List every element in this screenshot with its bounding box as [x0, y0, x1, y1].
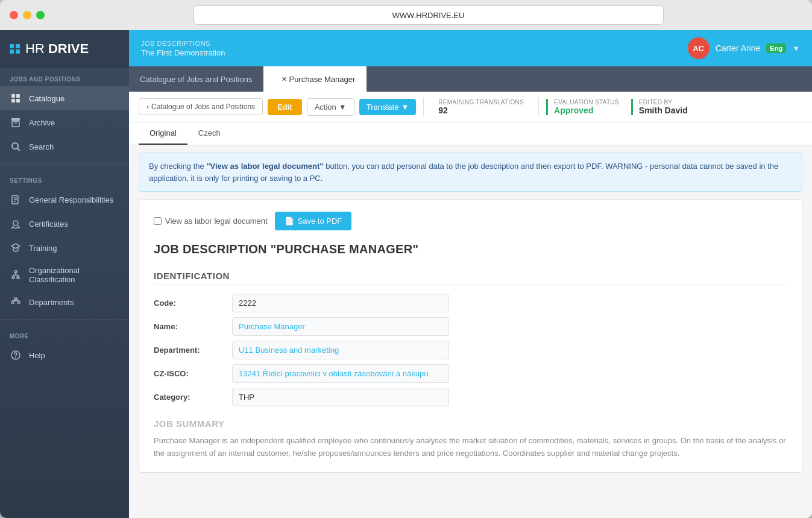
- svg-rect-23: [17, 302, 20, 303]
- app-window: WWW.HRDRIVE.EU HR DRIVE JOBS AND POSITIO…: [0, 0, 812, 518]
- svg-rect-0: [11, 94, 15, 98]
- field-category-value: THP: [232, 388, 449, 406]
- svg-rect-2: [11, 99, 15, 103]
- field-czisco-value: 13241 Řídicí pracovníci v oblasti zásobo…: [232, 364, 449, 383]
- main-content: JOB DESCRIPTIONS The First Demonstration…: [129, 30, 812, 518]
- header-subtitle: The First Demonstration: [141, 48, 225, 57]
- field-department: Department: U11 Business and marketing: [154, 341, 787, 359]
- svg-rect-16: [17, 277, 19, 279]
- svg-rect-14: [14, 271, 17, 273]
- svg-rect-3: [16, 99, 20, 103]
- view-as-legal-checkbox[interactable]: [154, 217, 162, 225]
- logo-grid-icon: [10, 44, 20, 54]
- logo: HR DRIVE: [0, 30, 129, 68]
- svg-line-8: [17, 148, 20, 151]
- edited-by: EDITED BY Smith David: [631, 99, 695, 115]
- training-label: Training: [29, 244, 57, 253]
- search-label: Search: [29, 142, 54, 151]
- field-name-value: Purchase Manager: [232, 317, 449, 336]
- field-code: Code: 2222: [154, 294, 787, 312]
- view-as-legal-label[interactable]: View as labor legal document: [154, 216, 268, 226]
- grid-icon: [10, 92, 22, 104]
- tab-close-icon[interactable]: ✕: [279, 74, 289, 84]
- svg-rect-21: [14, 298, 17, 300]
- edited-value: Smith David: [639, 106, 688, 115]
- sidebar-item-training[interactable]: Training: [0, 236, 129, 260]
- identification-section-title: IDENTIFICATION: [154, 271, 787, 285]
- url-text: WWW.HRDRIVE.EU: [392, 11, 465, 20]
- close-button[interactable]: [10, 11, 18, 19]
- avatar: AC: [688, 37, 710, 59]
- header-left: JOB DESCRIPTIONS The First Demonstration: [141, 40, 225, 57]
- sidebar-item-general[interactable]: General Responsibilities: [0, 188, 129, 212]
- svg-point-30: [16, 358, 16, 358]
- minimize-button[interactable]: [23, 11, 31, 19]
- tab-catalogue[interactable]: Catalogue of Jobs and Positions: [129, 66, 263, 92]
- field-name-label: Name:: [154, 322, 232, 331]
- sidebar-item-catalogue[interactable]: Catalogue: [0, 86, 129, 110]
- general-label: General Responsibilities: [29, 195, 113, 204]
- evaluation-status: EVALUATION STATUS Approved: [546, 99, 626, 115]
- sidebar: HR DRIVE JOBS AND POSITIONS Catalogue: [0, 30, 129, 518]
- save-pdf-button[interactable]: 📄 Save to PDF: [275, 212, 352, 230]
- sidebar-item-certificates[interactable]: Certificates: [0, 212, 129, 236]
- language-badge[interactable]: Eng: [766, 43, 786, 53]
- sidebar-item-help[interactable]: Help: [0, 343, 129, 367]
- edit-button[interactable]: Edit: [268, 99, 302, 115]
- help-icon: [10, 349, 22, 361]
- back-button[interactable]: ‹ Catalogue of Jobs and Positions: [139, 98, 263, 115]
- notice-banner: By checking the "View as labor legal doc…: [139, 153, 802, 192]
- svg-rect-1: [16, 94, 20, 98]
- tab-catalogue-label: Catalogue of Jobs and Positions: [140, 75, 252, 84]
- field-czisco: CZ-ISCO: 13241 Řídicí pracovníci v oblas…: [154, 364, 787, 383]
- settings-section-title: SETTINGS: [0, 169, 129, 188]
- summary-section-title: JOB SUMMARY: [154, 419, 787, 429]
- top-header: JOB DESCRIPTIONS The First Demonstration…: [129, 30, 812, 66]
- view-options: View as labor legal document 📄 Save to P…: [154, 212, 787, 230]
- svg-rect-4: [11, 118, 20, 121]
- address-bar[interactable]: WWW.HRDRIVE.EU: [194, 5, 664, 25]
- help-label: Help: [29, 351, 45, 360]
- divider: [423, 98, 424, 116]
- field-category: Category: THP: [154, 388, 787, 406]
- archive-label: Archive: [29, 118, 55, 127]
- remaining-label: REMAINING TRANSLATIONS: [438, 99, 524, 106]
- tab-original[interactable]: Original: [139, 122, 187, 145]
- maximize-button[interactable]: [36, 11, 45, 19]
- traffic-lights: [10, 11, 45, 19]
- field-category-label: Category:: [154, 393, 232, 402]
- action-bar: ‹ Catalogue of Jobs and Positions Edit A…: [129, 92, 812, 122]
- translate-chevron-icon: ▼: [401, 103, 409, 112]
- jobs-section-title: JOBS AND POSITIONS: [0, 68, 129, 86]
- notice-highlight: "View as labor legal document": [206, 162, 323, 171]
- content-area: ‹ Catalogue of Jobs and Positions Edit A…: [129, 92, 812, 518]
- hierarchy-icon: [10, 296, 22, 308]
- field-code-value: 2222: [232, 294, 449, 312]
- svg-rect-22: [11, 302, 14, 303]
- svg-rect-15: [12, 277, 14, 279]
- tab-purchase-manager[interactable]: ✕ Purchase Manager: [263, 66, 367, 92]
- summary-text: Purchase Manager is an independent quali…: [154, 435, 787, 460]
- org-label: Organizational Classification: [29, 266, 119, 284]
- svg-rect-5: [12, 121, 19, 127]
- sidebar-item-archive[interactable]: Archive: [0, 110, 129, 134]
- header-right: AC Carter Anne Eng ▼: [688, 37, 800, 59]
- document-area: View as labor legal document 📄 Save to P…: [139, 199, 802, 473]
- catalogue-label: Catalogue: [29, 94, 65, 103]
- jd-title: JOB DESCRIPTION "PURCHASE MANAGER": [154, 242, 787, 256]
- tab-czech[interactable]: Czech: [187, 122, 231, 145]
- divider-2: [538, 98, 539, 116]
- field-name: Name: Purchase Manager: [154, 317, 787, 336]
- action-button[interactable]: Action ▼: [307, 98, 354, 116]
- doc-icon: [10, 194, 22, 206]
- org-icon: [10, 269, 22, 281]
- action-chevron-icon: ▼: [339, 103, 347, 112]
- divider: [0, 163, 129, 164]
- language-tabs: Original Czech: [129, 122, 812, 145]
- translate-button[interactable]: Translate ▼: [359, 99, 417, 115]
- user-menu-chevron[interactable]: ▼: [792, 44, 800, 53]
- tab-purchase-manager-label: Purchase Manager: [289, 75, 355, 84]
- sidebar-item-search[interactable]: Search: [0, 134, 129, 159]
- sidebar-item-departments[interactable]: Departments: [0, 290, 129, 314]
- sidebar-item-org[interactable]: Organizational Classification: [0, 260, 129, 290]
